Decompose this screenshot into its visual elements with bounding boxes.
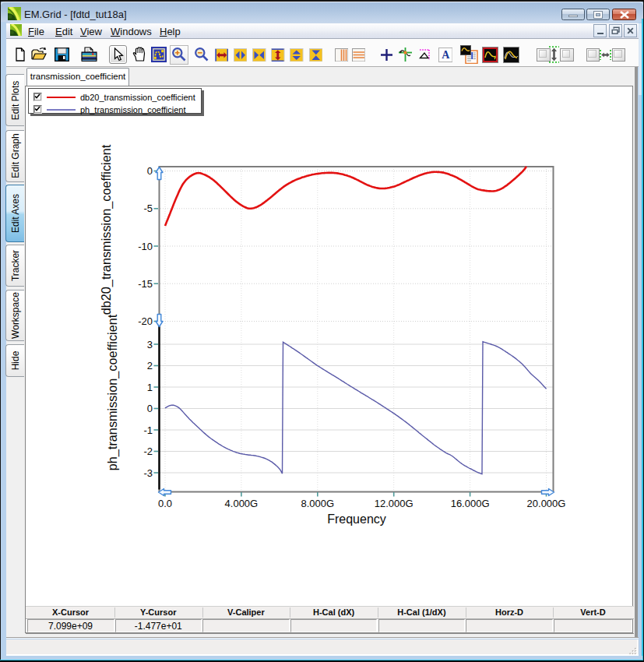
svg-text:3: 3 [147,339,153,350]
svg-text:-20: -20 [138,315,153,327]
svg-text:A: A [442,49,450,61]
svg-text:-2: -2 [143,445,153,457]
svg-text:16.000G: 16.000G [451,498,490,509]
svg-text:-15: -15 [138,278,153,290]
svg-text:0.0: 0.0 [158,498,172,509]
svg-text:0: 0 [147,403,153,414]
svg-text:db20_transmission_coefficient: db20_transmission_coefficient [99,144,114,315]
svg-text:20.000G: 20.000G [527,498,566,509]
svg-text:4.000G: 4.000G [225,498,259,509]
svg-text:Frequency: Frequency [327,512,386,526]
svg-text:-1: -1 [143,424,153,436]
svg-text:2: 2 [147,360,153,371]
svg-text:-3: -3 [143,467,153,479]
svg-text:ph_transmission_coefficient: ph_transmission_coefficient [105,314,120,470]
svg-text:8.000G: 8.000G [301,498,334,509]
svg-text:1: 1 [147,382,153,393]
svg-text:12.000G: 12.000G [375,498,413,509]
svg-text:0: 0 [147,165,153,177]
svg-text:-10: -10 [138,241,153,252]
svg-text:-5: -5 [143,202,153,214]
